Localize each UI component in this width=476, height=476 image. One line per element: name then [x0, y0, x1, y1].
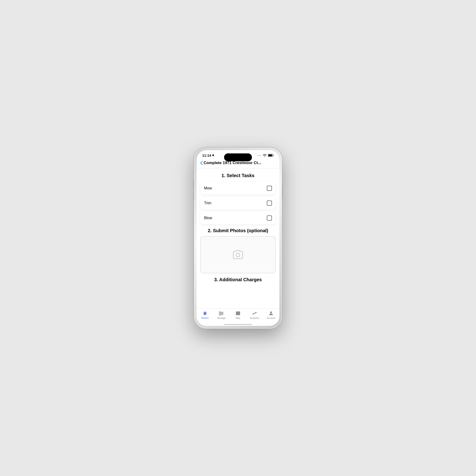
select-tasks-section: 1. Select Tasks Mow Trim Blow [200, 173, 276, 224]
phone-screen: 11:14 [197, 150, 279, 326]
svg-rect-6 [269, 154, 272, 156]
svg-rect-12 [219, 313, 220, 314]
tab-map[interactable]: Map [230, 310, 246, 319]
camera-icon [232, 250, 244, 260]
tab-manage-label: Manage [217, 317, 226, 319]
svg-point-0 [257, 155, 258, 156]
account-icon [268, 310, 274, 316]
back-chevron-icon [200, 161, 203, 165]
submit-photos-section: 2. Submit Photos (optional) [200, 228, 276, 273]
content-scroll[interactable]: 1. Select Tasks Mow Trim Blow 2. Submit … [197, 168, 279, 308]
task-label-trim: Trim [204, 201, 211, 205]
additional-charges-title: 3. Additional Charges [200, 277, 276, 282]
home-indicator [224, 324, 252, 325]
status-time: 11:14 [202, 153, 214, 157]
battery-icon [268, 154, 274, 157]
power-button[interactable] [282, 185, 283, 199]
svg-point-3 [260, 155, 261, 156]
page-title: Complete 1971 Crestmoor Ct... [204, 161, 261, 165]
volume-up-button[interactable] [193, 180, 194, 188]
wifi-icon [263, 154, 267, 157]
task-item-trim[interactable]: Trim [200, 197, 276, 209]
svg-point-1 [258, 155, 259, 156]
tab-analytics-label: Analytics [250, 317, 259, 319]
tab-routes-label: Routes [201, 317, 209, 319]
time-display: 11:14 [202, 153, 211, 157]
tab-analytics[interactable]: Analytics [246, 310, 263, 319]
task-item-mow[interactable]: Mow [200, 182, 276, 195]
task-label-blow: Blow [204, 216, 212, 220]
svg-point-16 [270, 311, 272, 313]
svg-point-7 [236, 253, 240, 257]
signal-icon [257, 154, 261, 157]
svg-rect-13 [219, 314, 220, 315]
phone-device: 11:14 [194, 147, 282, 329]
back-button[interactable] [200, 161, 203, 165]
svg-point-2 [259, 155, 260, 156]
additional-charges-section: 3. Additional Charges [200, 277, 276, 282]
tab-bar: Routes Manage [197, 308, 279, 324]
submit-photos-title: 2. Submit Photos (optional) [200, 228, 276, 233]
tab-account-label: Account [267, 317, 275, 319]
select-tasks-title: 1. Select Tasks [200, 173, 276, 178]
task-label-mow: Mow [204, 186, 212, 190]
location-icon [212, 154, 214, 157]
task-checkbox-mow[interactable] [267, 186, 272, 191]
manage-icon [219, 310, 224, 316]
svg-rect-5 [273, 155, 274, 156]
map-icon [235, 310, 241, 316]
analytics-icon [252, 310, 257, 316]
task-checkbox-trim[interactable] [267, 201, 272, 206]
volume-down-button[interactable] [193, 191, 194, 200]
status-icons [257, 154, 274, 157]
task-item-blow[interactable]: Blow [200, 212, 276, 224]
dynamic-island [224, 153, 252, 161]
tab-routes[interactable]: Routes [197, 310, 213, 319]
routes-icon [202, 310, 208, 316]
svg-rect-11 [219, 311, 220, 313]
tab-manage[interactable]: Manage [213, 310, 230, 319]
photo-upload-area[interactable] [200, 236, 276, 273]
task-checkbox-blow[interactable] [267, 215, 272, 221]
tab-account[interactable]: Account [263, 310, 279, 319]
tab-map-label: Map [236, 317, 240, 319]
